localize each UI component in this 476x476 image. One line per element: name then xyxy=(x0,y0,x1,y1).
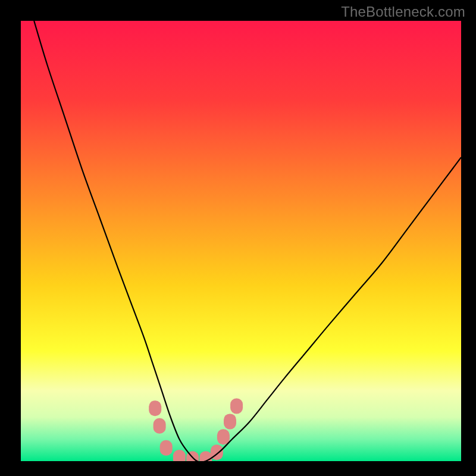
marker-group xyxy=(149,399,243,462)
highlight-dot xyxy=(173,450,186,461)
plot-area xyxy=(21,21,461,461)
bottleneck-curve xyxy=(34,21,461,461)
highlight-dot xyxy=(217,429,230,444)
highlight-dot xyxy=(154,418,166,434)
highlight-dot xyxy=(160,440,173,456)
highlight-dot xyxy=(224,414,236,429)
highlight-dot xyxy=(149,400,161,416)
highlight-dot xyxy=(199,451,212,461)
chart-frame: TheBottleneck.com xyxy=(0,0,476,476)
highlight-dot xyxy=(230,399,243,414)
watermark-text: TheBottleneck.com xyxy=(341,4,465,20)
curve-layer xyxy=(21,21,461,461)
